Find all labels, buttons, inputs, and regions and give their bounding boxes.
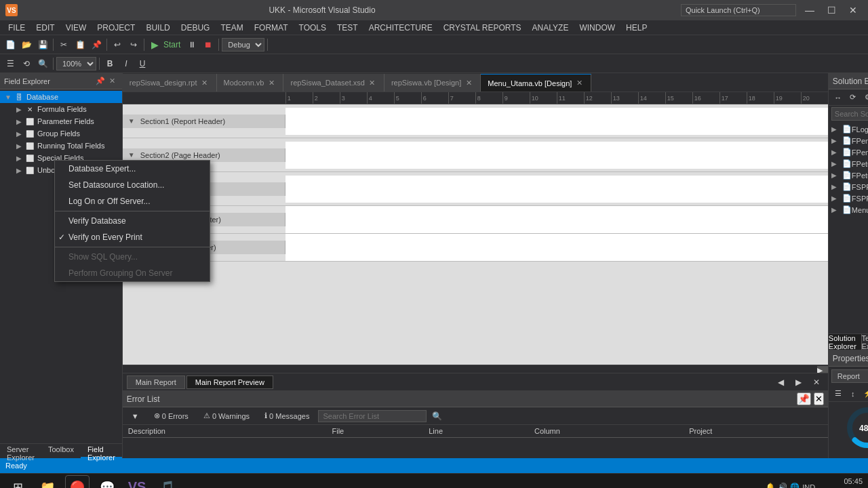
menu-file[interactable]: FILE xyxy=(3,20,31,35)
tab-nav-right[interactable]: ▶ xyxy=(791,375,806,390)
menu-tools[interactable]: TOOLS xyxy=(294,20,332,35)
menu-team[interactable]: TEAM xyxy=(215,20,248,35)
quick-launch-input[interactable]: Quick Launch (Ctrl+Q) xyxy=(681,4,796,16)
se-search-input[interactable] xyxy=(831,107,868,121)
se-sync-btn[interactable]: ↔ xyxy=(831,91,845,104)
error-search-input[interactable] xyxy=(318,410,427,422)
menu-test[interactable]: TEST xyxy=(332,20,363,35)
properties-object-dropdown[interactable]: Report xyxy=(831,369,868,383)
ctx-verify-database[interactable]: Verify Database xyxy=(55,213,210,229)
col-project[interactable]: Project xyxy=(684,425,828,438)
se-refresh-btn[interactable]: ⟳ xyxy=(846,91,860,104)
ctx-verify-every-print[interactable]: Verify on Every Print xyxy=(55,229,210,245)
props-grid-btn[interactable]: ☰ xyxy=(831,387,845,401)
pause-button[interactable]: ⏸ xyxy=(184,37,199,52)
props-event-btn[interactable]: ⚡ xyxy=(861,387,868,401)
stop-button[interactable]: ⏹ xyxy=(201,37,216,52)
error-search-button[interactable]: 🔍 xyxy=(429,409,444,424)
team-explorer-tab[interactable]: Team Explorer xyxy=(862,334,868,350)
message-count-btn[interactable]: ℹ 0 Messages xyxy=(258,409,315,422)
vs-task-icon[interactable]: VS xyxy=(125,475,149,489)
scroll-right[interactable]: ▶ xyxy=(817,366,828,373)
close-button[interactable]: ✕ xyxy=(844,3,863,17)
tab-nav-left[interactable]: ◀ xyxy=(774,375,789,390)
tb2-italic[interactable]: I xyxy=(119,56,134,71)
fe-item-running[interactable]: ▶ ⬜ Running Total Fields xyxy=(0,140,122,152)
start-menu-icon[interactable]: ⊞ xyxy=(5,475,30,489)
maximize-button[interactable]: ☐ xyxy=(822,3,841,17)
se-item-fspp[interactable]: ▶ 📄 FSPP.vb xyxy=(829,181,868,192)
error-list-pin[interactable]: 📌 xyxy=(797,392,811,405)
config-dropdown[interactable]: Debug xyxy=(222,38,264,52)
col-line[interactable]: Line xyxy=(423,425,529,438)
ctx-database-expert[interactable]: Database Expert... xyxy=(55,161,210,177)
tab-dataset[interactable]: repSiswa_Dataset.xsd ✕ xyxy=(283,74,384,92)
tray-icon-2[interactable]: 🔊 xyxy=(778,483,787,488)
file-explorer-icon[interactable]: 📁 xyxy=(35,475,60,489)
tab-repsiswa-design2[interactable]: repSiswa.vb [Design] ✕ xyxy=(384,74,481,92)
redo-button[interactable]: ↪ xyxy=(126,37,141,52)
menu-format[interactable]: FORMAT xyxy=(249,20,294,35)
fe-item-database[interactable]: ▼ 🗄 Database xyxy=(0,91,122,103)
ctx-set-datasource[interactable]: Set Datasource Location... xyxy=(55,177,210,193)
tab-close-panel[interactable]: ✕ xyxy=(809,375,824,390)
task-icon-1[interactable]: 🔴 xyxy=(65,475,90,489)
main-report-tab[interactable]: Main Report xyxy=(127,375,185,389)
menu-view[interactable]: VIEW xyxy=(60,20,92,35)
menu-architecture[interactable]: ARCHITECTURE xyxy=(363,20,438,35)
tb2-btn3[interactable]: 🔍 xyxy=(35,56,50,71)
menu-project[interactable]: PROJECT xyxy=(92,20,140,35)
tab-close-dataset[interactable]: ✕ xyxy=(368,78,377,87)
task-icon-2[interactable]: 💬 xyxy=(95,475,119,489)
tb2-btn2[interactable]: ⟲ xyxy=(19,56,34,71)
se-item-menuutama[interactable]: ▶ 📄 Menu_Utama.vb xyxy=(829,204,868,216)
toolbox-tab[interactable]: Toolbox xyxy=(41,444,81,458)
menu-help[interactable]: HELP xyxy=(620,20,652,35)
tb2-btn1[interactable]: ☰ xyxy=(3,56,18,71)
se-properties-btn[interactable]: ⚙ xyxy=(861,91,868,104)
fe-item-formula[interactable]: ▶ ✕ Formula Fields xyxy=(0,103,122,115)
tab-close-menu-utama[interactable]: ✕ xyxy=(574,79,584,88)
se-item-fpetugas[interactable]: ▶ 📄 FPetugas.vb xyxy=(829,158,868,169)
cut-button[interactable]: ✂ xyxy=(56,37,71,52)
col-description[interactable]: Description xyxy=(123,425,327,438)
error-list-close[interactable]: ✕ xyxy=(814,392,824,405)
paste-button[interactable]: 📌 xyxy=(89,37,104,52)
tab-close-repsiswa-design[interactable]: ✕ xyxy=(200,78,210,87)
section-collapse-header[interactable]: ▼ xyxy=(128,117,135,125)
task-icon-3[interactable]: 🎵 xyxy=(155,475,179,489)
field-explorer-pin[interactable]: 📌 xyxy=(95,76,106,87)
server-explorer-tab[interactable]: Server Explorer xyxy=(0,444,41,458)
save-button[interactable]: 💾 xyxy=(35,37,50,52)
ctx-logon-server[interactable]: Log On or Off Server... xyxy=(55,193,210,209)
menu-debug[interactable]: DEBUG xyxy=(176,20,216,35)
menu-analyze[interactable]: ANALYZE xyxy=(527,20,574,35)
open-file-button[interactable]: 📂 xyxy=(19,37,34,52)
tab-close-modconn[interactable]: ✕ xyxy=(267,78,276,87)
col-column[interactable]: Column xyxy=(529,425,684,438)
field-explorer-tab[interactable]: Field Explorer xyxy=(81,444,122,458)
col-file[interactable]: File xyxy=(326,425,423,438)
minimize-button[interactable]: — xyxy=(800,3,819,17)
se-item-fpetugasadd[interactable]: ▶ 📄 FPetugasADD.vb xyxy=(829,169,868,181)
error-count-btn[interactable]: ⊗ 0 Errors xyxy=(148,409,195,422)
fe-item-group[interactable]: ▶ ⬜ Group Fields xyxy=(0,127,122,140)
new-project-button[interactable]: 📄 xyxy=(3,37,18,52)
network-icon[interactable]: 🌐 xyxy=(790,483,800,488)
copy-button[interactable]: 📋 xyxy=(73,37,87,52)
menu-crystal-reports[interactable]: CRYSTAL REPORTS xyxy=(438,20,527,35)
section-collapse-pageheader[interactable]: ▼ xyxy=(128,151,135,159)
undo-button[interactable]: ↩ xyxy=(110,37,125,52)
error-filter-btn[interactable]: ▼ xyxy=(125,410,145,422)
solution-explorer-tab[interactable]: Solution Explorer xyxy=(829,334,862,350)
tray-icon-1[interactable]: 🔔 xyxy=(766,483,775,488)
tb2-underline[interactable]: U xyxy=(135,56,150,71)
field-explorer-close[interactable]: ✕ xyxy=(107,76,118,87)
props-sort-btn[interactable]: ↕ xyxy=(846,387,860,401)
fe-item-param[interactable]: ▶ ⬜ Parameter Fields xyxy=(0,115,122,127)
se-item-fpembayaranadd[interactable]: ▶ 📄 FPembayaranADD.vb xyxy=(829,146,868,158)
start-button[interactable]: ▶ xyxy=(147,37,162,52)
horizontal-scrollbar[interactable]: ▶ xyxy=(123,365,828,373)
se-item-fsppadd[interactable]: ▶ 📄 FSPPADD.vb xyxy=(829,192,868,204)
menu-edit[interactable]: EDIT xyxy=(31,20,60,35)
